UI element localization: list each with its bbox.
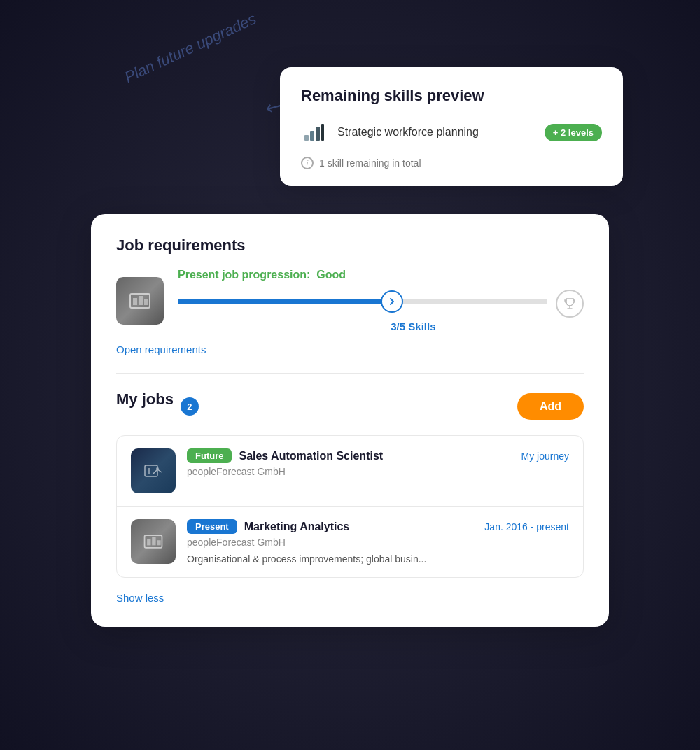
my-jobs-header: My jobs 2 Add	[116, 390, 584, 423]
skill-icon	[301, 119, 328, 146]
skill-row: Strategic workforce planning + 2 levels	[301, 119, 602, 146]
job-requirements-section: Job requirements Present job prog	[116, 236, 584, 356]
job-item-content-present: Present Marketing Analytics Jan. 2016 - …	[187, 519, 569, 565]
job-item-header-future: Future Sales Automation Scientist My jou…	[187, 448, 569, 463]
my-jobs-section: My jobs 2 Add	[116, 390, 584, 604]
job-item-left-present: Present Marketing Analytics	[187, 519, 349, 534]
skill-remaining-text: 1 skill remaining in total	[319, 157, 421, 169]
tag-present: Present	[187, 519, 237, 534]
job-requirements-title: Job requirements	[116, 236, 584, 255]
svg-rect-6	[139, 296, 143, 305]
job-company-sales: peopleForecast GmbH	[187, 466, 569, 477]
job-progress-row: Present job progression: Good	[116, 269, 584, 332]
job-thumbnail	[116, 277, 164, 325]
skills-count: 3/5 Skills	[391, 320, 435, 332]
jobs-count-badge: 2	[181, 397, 199, 416]
progress-fill	[178, 299, 392, 304]
my-jobs-title: My jobs	[116, 390, 174, 409]
svg-rect-12	[147, 539, 150, 545]
progress-label: Present job progression: Good	[178, 269, 584, 281]
section-divider	[116, 373, 584, 374]
job-item-content-future: Future Sales Automation Scientist My jou…	[187, 448, 569, 477]
job-item-left-future: Future Sales Automation Scientist	[187, 448, 383, 463]
jobs-list: Future Sales Automation Scientist My jou…	[116, 435, 584, 578]
remaining-skills-preview-card: Remaining skills preview Strategic workf…	[280, 67, 623, 186]
my-jobs-title-row: My jobs 2	[116, 390, 199, 423]
svg-rect-7	[144, 299, 148, 305]
add-job-button[interactable]: Add	[517, 393, 584, 420]
progress-status: Good	[316, 269, 346, 281]
progress-track	[178, 299, 547, 304]
preview-card-title: Remaining skills preview	[301, 87, 602, 105]
svg-rect-3	[321, 124, 324, 141]
job-date-link[interactable]: Jan. 2016 - present	[484, 521, 569, 532]
svg-rect-0	[304, 135, 309, 141]
trophy-icon	[556, 290, 584, 318]
job-name-marketing: Marketing Analytics	[244, 521, 350, 533]
skill-remaining-info: i 1 skill remaining in total	[301, 157, 602, 169]
progress-area: Present job progression: Good	[178, 269, 584, 332]
job-name-sales: Sales Automation Scientist	[239, 450, 383, 462]
job-item-future: Future Sales Automation Scientist My jou…	[117, 436, 583, 507]
job-thumbnail-marketing	[131, 519, 176, 564]
progress-thumb-button[interactable]	[381, 290, 403, 313]
handwritten-annotation: Plan future upgrades	[122, 10, 259, 87]
svg-rect-14	[157, 540, 160, 545]
svg-point-10	[156, 467, 159, 470]
main-card: Job requirements Present job prog	[91, 214, 609, 627]
skill-name: Strategic workforce planning	[337, 126, 535, 139]
tag-future: Future	[187, 448, 232, 463]
svg-rect-5	[133, 298, 137, 305]
job-description-marketing: Organisational & process improvements; g…	[187, 553, 569, 565]
open-requirements-link[interactable]: Open requirements	[116, 344, 206, 355]
svg-rect-2	[316, 127, 320, 141]
job-item-header-present: Present Marketing Analytics Jan. 2016 - …	[187, 519, 569, 534]
info-icon: i	[301, 157, 314, 169]
skill-badge: + 2 levels	[545, 124, 602, 141]
svg-rect-1	[310, 131, 314, 141]
job-company-marketing: peopleForecast GmbH	[187, 537, 569, 548]
my-journey-link[interactable]: My journey	[522, 451, 569, 462]
job-item-present: Present Marketing Analytics Jan. 2016 - …	[117, 507, 583, 577]
svg-rect-9	[148, 468, 150, 474]
show-less-link[interactable]: Show less	[116, 592, 164, 604]
svg-rect-13	[152, 537, 155, 546]
job-thumbnail-sales	[131, 448, 176, 493]
